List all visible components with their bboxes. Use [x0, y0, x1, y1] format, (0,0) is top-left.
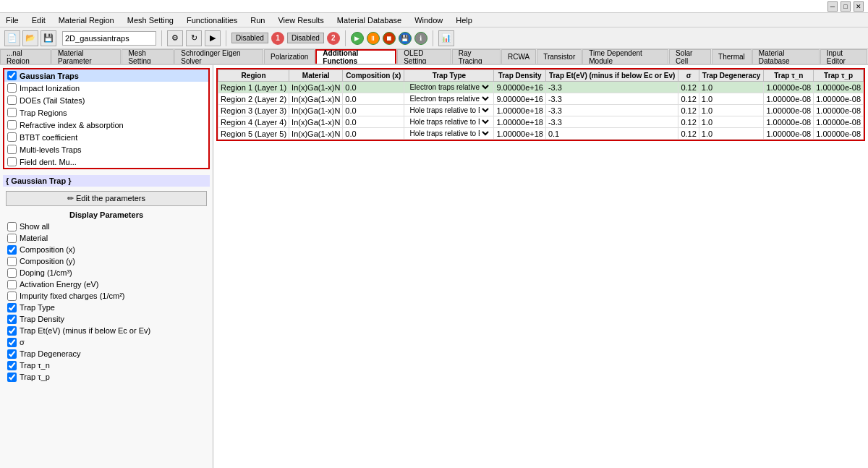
param-5[interactable]: Activation Energy (eV) [3, 278, 210, 290]
tab-5[interactable]: Additional Functions [315, 49, 396, 64]
toolbar-run-btn[interactable]: ▶ [205, 30, 221, 46]
trap-type-cell-3[interactable]: Electron traps relative to EcElectron tr… [404, 116, 494, 128]
badge-num-1: 1 [271, 32, 284, 45]
toolbar-settings-btn[interactable]: ⚙ [167, 30, 183, 46]
chart-btn[interactable]: 📊 [438, 30, 454, 46]
play-green-btn[interactable]: ▶ [351, 32, 364, 45]
param-8[interactable]: Trap Density [3, 313, 210, 325]
project-name-input[interactable] [62, 31, 156, 46]
menu-item-functionalities[interactable]: Functionalities [184, 15, 240, 25]
table-row[interactable]: Region 5 (Layer 5)In(x)Ga(1-x)N0.0Electr… [218, 128, 864, 140]
toolbar-save-btn[interactable]: 💾 [41, 30, 56, 46]
trap-type-cell-2[interactable]: Electron traps relative to EcElectron tr… [404, 105, 494, 116]
toolbar-new-btn[interactable]: 📄 [4, 30, 20, 46]
param-9[interactable]: Trap Et(eV) (minus if below Ec or Ev) [3, 325, 210, 336]
list-item-0[interactable]: Impact Ionization [4, 82, 208, 94]
minimize-btn[interactable]: ─ [827, 1, 838, 12]
list-item-2[interactable]: Trap Regions [4, 106, 208, 119]
cell-4-2: 0.0 [343, 128, 404, 140]
stop-btn[interactable]: ⏹ [383, 32, 396, 45]
cell-1-7: 1.0 [699, 93, 764, 105]
table-row[interactable]: Region 4 (Layer 4)In(x)Ga(1-x)N0.0Electr… [218, 116, 864, 128]
col-header-trap-density: Trap Density [494, 70, 546, 82]
menu-item-material-region[interactable]: Material Region [56, 15, 117, 25]
menu-bar: FileEditMaterial RegionMesh SettingFunct… [0, 13, 868, 27]
tab-4[interactable]: Polarization [264, 49, 315, 64]
col-header-composition-(x): Composition (x) [343, 70, 404, 82]
param-1[interactable]: Material [3, 232, 210, 244]
toolbar-open-btn[interactable]: 📂 [22, 30, 38, 46]
menu-item-material-database[interactable]: Material Database [334, 15, 404, 25]
cell-1-1: In(x)Ga(1-x)N [289, 93, 343, 105]
edit-params-btn[interactable]: ✏ Edit the parameters [6, 191, 207, 206]
param-4[interactable]: Doping (1/cm³) [3, 267, 210, 278]
list-item-4[interactable]: BTBT coefficient [4, 131, 208, 143]
param-7[interactable]: Trap Type [3, 302, 210, 313]
cell-0-8: 1.00000e-08 [764, 82, 814, 93]
param-10[interactable]: σ [3, 336, 210, 348]
cell-0-5: -3.3 [545, 82, 678, 93]
param-13[interactable]: Trap τ_p [3, 371, 210, 383]
cell-4-0: Region 5 (Layer 5) [218, 128, 289, 140]
toolbar-refresh-btn[interactable]: ↻ [186, 30, 202, 46]
maximize-btn[interactable]: □ [841, 1, 851, 12]
list-item-gaussian-traps[interactable]: Gaussian Traps [4, 69, 208, 82]
cell-4-7: 1.0 [699, 128, 764, 140]
cell-1-9: 1.00000e-08 [814, 93, 864, 105]
tab-3[interactable]: Schrodinger Eigen Solver [174, 49, 263, 64]
gaussian-header: { Gaussian Trap } [3, 175, 210, 187]
tab-1[interactable]: Material Parameter [51, 49, 122, 64]
col-header-σ: σ [678, 70, 699, 82]
cell-2-1: In(x)Ga(1-x)N [289, 105, 343, 116]
param-2[interactable]: Composition (x) [3, 244, 210, 255]
cell-2-9: 1.00000e-08 [814, 105, 864, 116]
tab-10[interactable]: Time Dependent Module [582, 49, 668, 64]
list-item-5[interactable]: Multi-levels Traps [4, 143, 208, 156]
tab-6[interactable]: OLED Setting [397, 49, 451, 64]
badge-disabled-2: Disabled [287, 33, 324, 43]
tab-9[interactable]: Transistor [537, 49, 582, 64]
trap-type-cell-0[interactable]: Electron traps relative to EcElectron tr… [404, 82, 494, 93]
tab-8[interactable]: RCWA [501, 49, 536, 64]
tab-2[interactable]: Mesh Setting [122, 49, 174, 64]
tab-12[interactable]: Thermal [712, 49, 752, 64]
list-item-1[interactable]: DOEs (Tail States) [4, 94, 208, 106]
col-header-trap-degeneracy: Trap Degeneracy [699, 70, 764, 82]
param-6[interactable]: Impurity fixed charges (1/cm²) [3, 290, 210, 302]
menu-item-mesh-setting[interactable]: Mesh Setting [124, 15, 176, 25]
menu-item-window[interactable]: Window [412, 15, 446, 25]
badge-disabled-1: Disabled [231, 33, 268, 43]
play-pause-btn[interactable]: ⏸ [367, 32, 380, 45]
col-header-trap-τ_n: Trap τ_n [764, 70, 814, 82]
table-row[interactable]: Region 2 (Layer 2)In(x)Ga(1-x)N0.0Electr… [218, 93, 864, 105]
param-11[interactable]: Trap Degeneracy [3, 348, 210, 359]
col-header-material: Material [289, 70, 343, 82]
list-item-3[interactable]: Refractive index & absorption [4, 119, 208, 131]
menu-item-view-results[interactable]: View Results [275, 15, 326, 25]
menu-item-edit[interactable]: Edit [29, 15, 48, 25]
tab-11[interactable]: Solar Cell [669, 49, 711, 64]
table-row[interactable]: Region 3 (Layer 3)In(x)Ga(1-x)N0.0Electr… [218, 105, 864, 116]
col-header-trap-τ_p: Trap τ_p [814, 70, 864, 82]
close-btn[interactable]: ✕ [854, 1, 864, 12]
param-0[interactable]: Show all [3, 221, 210, 232]
menu-item-run[interactable]: Run [247, 15, 268, 25]
save2-btn[interactable]: 💾 [399, 32, 412, 45]
list-item-6[interactable]: Field dent. Mu... [4, 156, 208, 168]
tab-13[interactable]: Material Database [752, 49, 820, 64]
col-header-region: Region [218, 70, 289, 82]
menu-item-file[interactable]: File [3, 15, 22, 25]
tab-7[interactable]: Ray Tracing [452, 49, 501, 64]
param-12[interactable]: Trap τ_n [3, 359, 210, 371]
trap-type-cell-1[interactable]: Electron traps relative to EcElectron tr… [404, 93, 494, 105]
param-3[interactable]: Composition (y) [3, 255, 210, 267]
cell-0-4: 9.00000e+16 [494, 82, 546, 93]
info-btn[interactable]: ℹ [414, 32, 427, 45]
table-row[interactable]: Region 1 (Layer 1)In(x)Ga(1-x)N0.0Electr… [218, 82, 864, 93]
tab-0[interactable]: ...nal Region [0, 49, 51, 64]
menu-item-help[interactable]: Help [453, 15, 475, 25]
tab-14[interactable]: Input Editor [820, 49, 867, 64]
trap-type-cell-4[interactable]: Electron traps relative to EcElectron tr… [404, 128, 494, 140]
cell-1-6: 0.12 [678, 93, 699, 105]
badge-num-2: 2 [327, 32, 340, 45]
